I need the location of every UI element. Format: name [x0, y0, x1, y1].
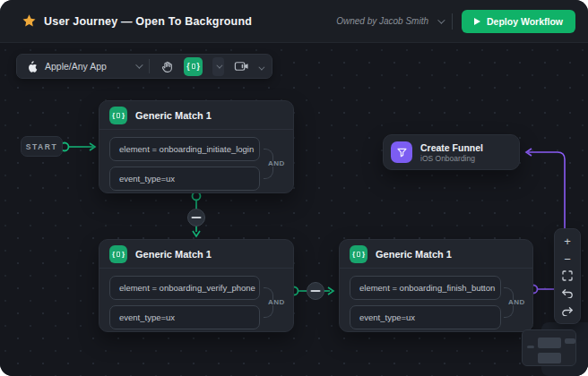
record-tool-button[interactable]: [232, 57, 250, 75]
condition-pill[interactable]: event_type=ux: [109, 167, 260, 191]
condition-text: element = onboarding_initiate_login: [119, 144, 254, 154]
minimap-node: [527, 346, 534, 348]
canvas-toolbar: Apple/Any App {}: [16, 54, 272, 79]
generic-match-node-3[interactable]: {} Generic Match 1 element = onboarding_…: [339, 239, 533, 332]
code-braces-icon: {}: [109, 245, 127, 263]
undo-button[interactable]: [557, 286, 578, 301]
deploy-workflow-button[interactable]: Deploy Workflow: [462, 10, 575, 33]
page-title: User Journey — Open To Background: [44, 15, 252, 28]
node-header: {} Generic Match 1: [99, 101, 293, 130]
hand-icon: [160, 60, 174, 73]
start-node[interactable]: START: [21, 136, 63, 157]
operator-minus-badge[interactable]: [307, 283, 324, 300]
app-selector-chevron-down-icon: [135, 61, 143, 68]
condition-pill[interactable]: element = onboarding_initiate_login: [109, 137, 260, 161]
pan-hand-tool-button[interactable]: [158, 57, 176, 75]
node-title: Generic Match 1: [376, 249, 452, 260]
app-selector-dropdown[interactable]: Apple/Any App: [26, 60, 141, 73]
workflow-canvas[interactable]: Apple/Any App {}: [0, 43, 588, 376]
create-funnel-node[interactable]: Create Funnel iOS Onboarding: [383, 134, 520, 170]
favorite-star-icon[interactable]: [22, 13, 37, 29]
operator-label: AND: [268, 159, 285, 167]
toolbar-divider: [149, 59, 150, 73]
undo-icon: [561, 288, 574, 298]
minimap-node: [538, 338, 561, 348]
redo-button[interactable]: [557, 303, 578, 319]
condition-pill[interactable]: element = onboarding_finish_button: [350, 276, 501, 300]
fit-screen-button[interactable]: [557, 269, 578, 284]
play-icon: [474, 18, 480, 25]
condition-text: element = onboarding_finish_button: [359, 283, 495, 293]
zoom-toolbar: + −: [554, 228, 581, 324]
operator-label: AND: [268, 298, 285, 306]
code-braces-icon: {}: [186, 62, 200, 71]
condition-text: event_type=ux: [359, 312, 415, 322]
minimap-node: [565, 338, 575, 344]
apple-icon: [26, 60, 38, 73]
app-window: User Journey — Open To Background Owned …: [0, 0, 588, 376]
start-node-label: START: [26, 142, 58, 151]
generic-match-node-1[interactable]: {} Generic Match 1 element = onboarding_…: [99, 100, 294, 193]
node-header: {} Generic Match 1: [99, 240, 293, 269]
condition-text: event_type=ux: [119, 174, 175, 184]
condition-text: element = onboarding_verify_phone: [119, 283, 255, 293]
condition-pill[interactable]: event_type=ux: [109, 305, 260, 329]
node-title: Generic Match 1: [135, 249, 212, 260]
deploy-workflow-label: Deploy Workflow: [487, 16, 563, 27]
node-title: Generic Match 1: [135, 110, 212, 121]
operator-label: AND: [508, 298, 525, 306]
and-bracket: [264, 305, 273, 318]
node-header: {} Generic Match 1: [340, 240, 532, 269]
owner-label[interactable]: Owned by Jacob Smith: [336, 16, 428, 26]
fit-screen-icon: [562, 270, 573, 281]
node-title: Create Funnel: [420, 142, 483, 153]
condition-pill[interactable]: event_type=ux: [350, 305, 501, 329]
funnel-icon: [391, 141, 412, 163]
node-subtitle: iOS Onboarding: [420, 154, 483, 163]
code-braces-icon: {}: [109, 107, 127, 124]
video-camera-icon: [234, 60, 249, 73]
header-divider: [452, 13, 453, 30]
zoom-out-button[interactable]: −: [557, 252, 578, 267]
code-braces-icon: {}: [350, 245, 368, 263]
operator-minus-badge[interactable]: [188, 209, 205, 226]
minimap[interactable]: [522, 329, 576, 366]
owner-chevron-down-icon[interactable]: [437, 16, 445, 23]
condition-text: event_type=ux: [119, 312, 175, 322]
minimap-node: [538, 353, 561, 363]
redo-icon: [561, 306, 574, 316]
zoom-in-button[interactable]: +: [557, 234, 578, 249]
event-match-tool-button[interactable]: {}: [184, 57, 203, 76]
header-bar: User Journey — Open To Background Owned …: [0, 0, 588, 43]
event-tool-chevron-down-icon[interactable]: [212, 57, 224, 76]
and-bracket: [264, 167, 273, 179]
and-bracket: [504, 305, 514, 318]
record-tool-chevron-down-icon[interactable]: [258, 60, 263, 73]
generic-match-node-2[interactable]: {} Generic Match 1 element = onboarding_…: [99, 239, 294, 332]
condition-pill[interactable]: element = onboarding_verify_phone: [109, 276, 260, 300]
app-selector-label: Apple/Any App: [45, 61, 107, 72]
